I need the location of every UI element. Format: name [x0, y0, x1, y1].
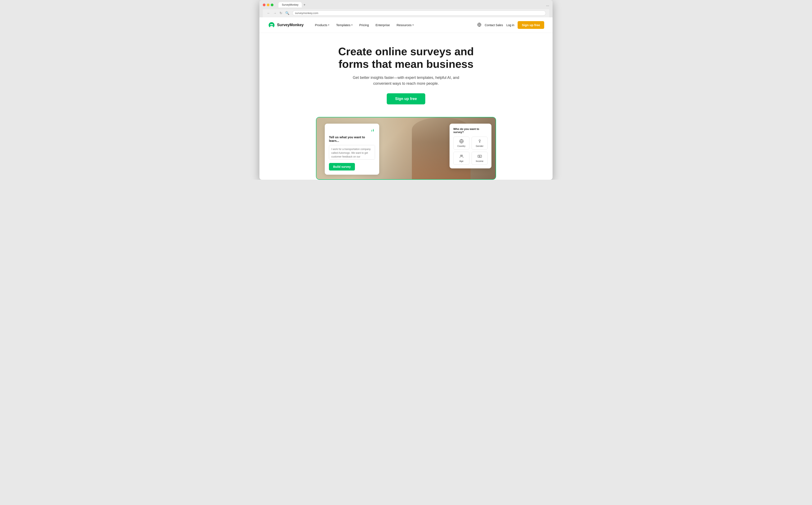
browser-tab[interactable]: SurveyMonkey: [278, 2, 302, 8]
resources-chevron-icon: ▾: [413, 24, 414, 26]
new-tab-button[interactable]: +: [304, 3, 305, 7]
address-bar-input[interactable]: [292, 10, 546, 16]
enterprise-label: Enterprise: [376, 23, 390, 27]
main-navigation: SurveyMonkey Products ▾ Templates ▾ Pric…: [259, 17, 553, 33]
nav-item-resources[interactable]: Resources ▾: [394, 22, 417, 28]
survey-option-country[interactable]: Country: [453, 137, 469, 150]
svg-rect-7: [478, 155, 481, 158]
logo-link[interactable]: SurveyMonkey: [268, 21, 304, 29]
survey-option-gender[interactable]: Gender: [472, 137, 488, 150]
hero-subtitle: Get better insights faster—with expert t…: [343, 75, 469, 87]
hero-title: Create online surveys and forms that mea…: [333, 45, 479, 70]
survey-options-grid: Country Gender: [453, 137, 488, 165]
nav-item-templates[interactable]: Templates ▾: [333, 22, 355, 28]
svg-point-6: [461, 155, 463, 156]
survey-option-age[interactable]: Age: [453, 152, 469, 165]
globe-icon: [477, 23, 481, 27]
close-button[interactable]: [263, 4, 265, 6]
page-content: SurveyMonkey Products ▾ Templates ▾ Pric…: [259, 17, 553, 180]
back-button[interactable]: ←: [266, 11, 271, 15]
minimize-button[interactable]: [267, 4, 269, 6]
country-icon: [459, 139, 464, 144]
products-label: Products: [315, 23, 327, 27]
browser-nav-buttons: ← → ↻ 🔍: [266, 11, 290, 15]
logo-text: SurveyMonkey: [277, 23, 304, 27]
browser-tab-bar: SurveyMonkey +: [278, 2, 545, 8]
who-to-survey-card: Who do you want to survey? Country: [450, 124, 491, 168]
survey-option-income[interactable]: Income: [472, 152, 488, 165]
browser-titlebar: SurveyMonkey + ... ← → ↻ 🔍: [259, 0, 553, 17]
svg-point-5: [460, 155, 461, 156]
gender-label: Gender: [476, 145, 483, 147]
demo-container: Tell us what you want to learn... Build …: [316, 117, 496, 180]
nav-right: Contact Sales Log in Sign up free: [477, 21, 544, 29]
nav-item-products[interactable]: Products ▾: [312, 22, 332, 28]
tab-title: SurveyMonkey: [282, 3, 299, 6]
ai-card-title: Tell us what you want to learn...: [329, 135, 375, 143]
ai-sparkle-area: [329, 128, 375, 134]
hero-signup-button[interactable]: Sign up free: [387, 93, 425, 105]
age-icon: [459, 154, 464, 159]
nav-item-enterprise[interactable]: Enterprise: [373, 22, 393, 28]
refresh-button[interactable]: ↻: [279, 11, 283, 15]
logo-icon: [268, 21, 275, 29]
age-label: Age: [459, 160, 464, 162]
templates-chevron-icon: ▾: [351, 24, 353, 26]
ai-textarea-input[interactable]: [329, 145, 375, 160]
income-label: Income: [476, 160, 483, 162]
pricing-label: Pricing: [359, 23, 369, 27]
ai-build-survey-card: Tell us what you want to learn... Build …: [325, 124, 379, 175]
browser-address-bar: ← → ↻ 🔍: [263, 9, 549, 17]
nav-item-pricing[interactable]: Pricing: [356, 22, 372, 28]
survey-card-title: Who do you want to survey?: [453, 127, 488, 134]
login-button[interactable]: Log in: [506, 23, 514, 27]
build-survey-button[interactable]: Build survey: [329, 163, 355, 170]
demo-section: Tell us what you want to learn... Build …: [259, 113, 553, 180]
maximize-button[interactable]: [271, 4, 273, 6]
hero-section: Create online surveys and forms that mea…: [259, 33, 553, 113]
browser-controls: SurveyMonkey + ...: [263, 2, 549, 8]
contact-sales-link[interactable]: Contact Sales: [485, 23, 503, 27]
resources-label: Resources: [396, 23, 412, 27]
gender-icon: [477, 139, 482, 144]
browser-menu-button[interactable]: ...: [546, 3, 549, 7]
products-chevron-icon: ▾: [328, 24, 329, 26]
nav-items: Products ▾ Templates ▾ Pricing Enterpris…: [312, 22, 477, 28]
traffic-lights: [263, 4, 273, 6]
income-icon: [477, 154, 482, 159]
forward-button[interactable]: →: [272, 11, 277, 15]
svg-point-4: [479, 140, 480, 141]
browser-window: SurveyMonkey + ... ← → ↻ 🔍: [259, 0, 553, 180]
templates-label: Templates: [336, 23, 350, 27]
nav-signup-button[interactable]: Sign up free: [517, 21, 544, 29]
sparkle-icon: [369, 128, 375, 134]
country-label: Country: [457, 145, 465, 147]
globe-icon-button[interactable]: [477, 23, 481, 28]
search-nav-button[interactable]: 🔍: [284, 11, 290, 15]
